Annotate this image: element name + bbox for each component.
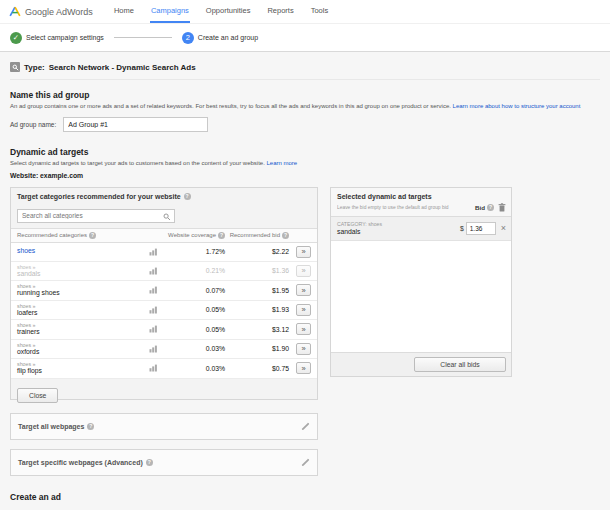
add-category-button[interactable]: » bbox=[296, 304, 311, 316]
add-category-button[interactable]: » bbox=[296, 362, 311, 374]
nav-tab-opportunities[interactable]: Opportunities bbox=[205, 0, 252, 23]
dynamic-targets-description: Select dynamic ad targets to target your… bbox=[10, 160, 600, 166]
nav-tab-home[interactable]: Home bbox=[113, 0, 135, 23]
selected-panel-subheader: Leave the bid empty to use the default a… bbox=[331, 201, 511, 217]
add-cell: » bbox=[289, 304, 311, 316]
website-coverage-value: 0.05% bbox=[163, 306, 225, 313]
website-coverage-value: 0.21% bbox=[163, 267, 225, 274]
structure-account-link[interactable]: Learn more about how to structure your a… bbox=[453, 103, 581, 109]
help-icon[interactable]: ? bbox=[282, 232, 289, 239]
nav-tab-tools[interactable]: Tools bbox=[310, 0, 330, 23]
category-name-cell: shoes » trainers bbox=[17, 322, 149, 337]
learn-more-link[interactable]: Learn more bbox=[266, 160, 297, 166]
help-icon[interactable]: ? bbox=[89, 232, 96, 239]
dynamic-targets-title: Dynamic ad targets bbox=[10, 147, 600, 157]
label-text: Target specific webpages (Advanced) bbox=[18, 459, 143, 466]
targets-panels: Target categories recommended for your w… bbox=[10, 187, 600, 400]
coverage-chart-icon bbox=[149, 325, 163, 333]
close-button[interactable]: Close bbox=[17, 388, 58, 403]
adgroup-name-input[interactable] bbox=[63, 117, 208, 132]
recommended-bid-value: $3.12 bbox=[225, 326, 289, 333]
category-search-input[interactable] bbox=[17, 209, 175, 223]
remove-target-button[interactable]: × bbox=[501, 224, 506, 233]
recommended-bid-value: $1.90 bbox=[225, 345, 289, 352]
category-name-cell: shoes » oxfords bbox=[17, 342, 149, 357]
category-row: shoes » trainers 0.05% $3.12 » bbox=[11, 320, 317, 340]
category-name[interactable]: running shoes bbox=[17, 289, 149, 297]
help-icon[interactable]: ? bbox=[146, 459, 153, 466]
dynamic-targets-description-text: Select dynamic ad targets to target your… bbox=[10, 160, 265, 166]
nav-tab-campaigns[interactable]: Campaigns bbox=[150, 0, 190, 23]
category-name[interactable]: shoes bbox=[17, 247, 149, 255]
column-label: Recommended categories bbox=[17, 232, 87, 238]
category-row: shoes » flip flops 0.03% $0.75 » bbox=[11, 359, 317, 379]
clear-all-bids-button[interactable]: Clear all bids bbox=[414, 357, 506, 372]
help-icon[interactable]: ? bbox=[487, 204, 494, 211]
coverage-chart-icon bbox=[149, 306, 163, 314]
step-done-check-icon: ✓ bbox=[10, 32, 22, 44]
add-category-button[interactable]: » bbox=[296, 284, 311, 296]
add-cell: » bbox=[289, 246, 311, 258]
coverage-chart-icon bbox=[149, 364, 163, 372]
category-name[interactable]: loafers bbox=[17, 309, 149, 317]
category-search bbox=[17, 204, 175, 223]
category-name-cell: shoes » sandals bbox=[17, 264, 149, 279]
target-specific-webpages-label: Target specific webpages (Advanced) ? bbox=[18, 459, 301, 466]
add-category-button[interactable]: » bbox=[296, 246, 311, 258]
column-recommended-bid: Recommended bid ? bbox=[225, 232, 289, 239]
selected-targets-panel: Selected dynamic ad targets Leave the bi… bbox=[330, 187, 512, 377]
type-label: Type: bbox=[24, 63, 45, 72]
step-2-number-badge: 2 bbox=[182, 32, 194, 44]
column-recommended-categories: Recommended categories ? bbox=[17, 232, 149, 239]
adwords-triangle-icon bbox=[9, 6, 21, 17]
adwords-logo[interactable]: Google AdWords bbox=[9, 0, 93, 23]
help-icon[interactable]: ? bbox=[184, 193, 191, 200]
category-name[interactable]: oxfords bbox=[17, 348, 149, 356]
website-coverage-value: 0.05% bbox=[163, 326, 225, 333]
stepper-connector bbox=[114, 37, 172, 38]
help-icon[interactable]: ? bbox=[87, 423, 94, 430]
name-adgroup-title: Name this ad group bbox=[10, 90, 600, 100]
create-ad-title: Create an ad bbox=[10, 492, 600, 502]
trash-icon[interactable] bbox=[498, 203, 506, 212]
website-coverage-value: 0.07% bbox=[163, 287, 225, 294]
add-category-button[interactable]: » bbox=[296, 323, 311, 335]
column-label: Website coverage bbox=[168, 232, 216, 238]
category-name-cell: shoes bbox=[17, 247, 149, 255]
target-all-webpages-panel[interactable]: Target all webpages ? bbox=[10, 413, 318, 440]
bid-column-label: Bid bbox=[475, 204, 485, 211]
main-nav: Home Campaigns Opportunities Reports Too… bbox=[113, 0, 329, 23]
recommended-bid-value: $1.36 bbox=[225, 267, 289, 274]
categories-panel-title: Target categories recommended for your w… bbox=[17, 193, 181, 200]
categories-panel-header: Target categories recommended for your w… bbox=[11, 188, 317, 202]
help-icon[interactable]: ? bbox=[218, 232, 225, 239]
target-all-webpages-label: Target all webpages ? bbox=[18, 423, 301, 430]
edit-pencil-icon[interactable] bbox=[301, 422, 310, 431]
bid-input[interactable] bbox=[466, 222, 496, 235]
label-text: Target all webpages bbox=[18, 423, 84, 430]
adgroup-name-row: Ad group name: bbox=[10, 117, 600, 132]
target-specific-webpages-panel[interactable]: Target specific webpages (Advanced) ? bbox=[10, 449, 318, 476]
name-adgroup-description-text: An ad group contains one or more ads and… bbox=[10, 103, 451, 109]
category-name[interactable]: trainers bbox=[17, 328, 149, 336]
add-category-button[interactable]: » bbox=[296, 343, 311, 355]
type-value: Search Network - Dynamic Search Ads bbox=[49, 63, 196, 72]
category-name[interactable]: sandals bbox=[17, 270, 149, 278]
category-row: shoes 1.72% $2.22 » bbox=[11, 243, 317, 262]
selected-panel-title: Selected dynamic ad targets bbox=[331, 188, 511, 201]
category-name[interactable]: flip flops bbox=[17, 367, 149, 375]
website-coverage-value: 0.03% bbox=[163, 345, 225, 352]
search-network-icon bbox=[10, 62, 20, 72]
add-category-button[interactable]: » bbox=[296, 265, 311, 277]
category-row: shoes » oxfords 0.03% $1.90 » bbox=[11, 340, 317, 360]
add-cell: » bbox=[289, 265, 311, 277]
category-row: shoes » running shoes 0.07% $1.95 » bbox=[11, 281, 317, 301]
edit-pencil-icon[interactable] bbox=[301, 458, 310, 467]
add-cell: » bbox=[289, 284, 311, 296]
nav-tab-reports[interactable]: Reports bbox=[266, 0, 294, 23]
category-row: shoes » sandals 0.21% $1.36 » bbox=[11, 262, 317, 282]
coverage-chart-icon bbox=[149, 248, 163, 256]
add-cell: » bbox=[289, 362, 311, 374]
categories-column-headers: Recommended categories ? Website coverag… bbox=[11, 228, 317, 243]
website-coverage-value: 0.03% bbox=[163, 365, 225, 372]
